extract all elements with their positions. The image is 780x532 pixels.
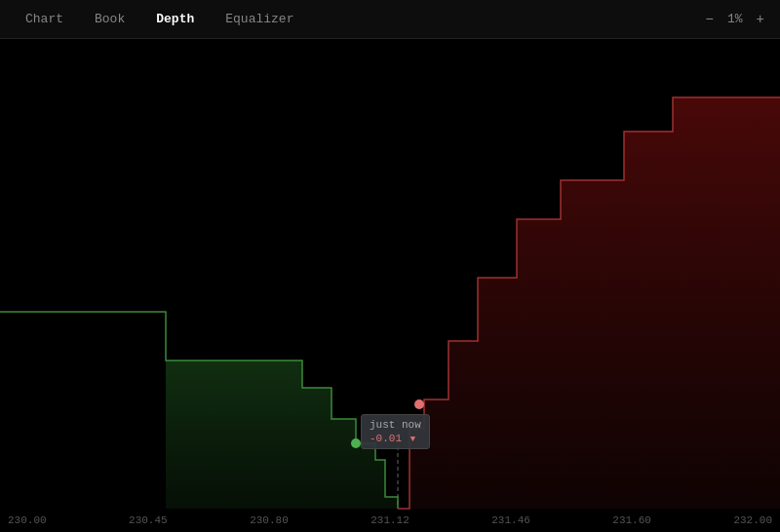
header: Chart Book Depth Equalizer − 1% +	[0, 0, 780, 39]
zoom-controls: − 1% +	[700, 10, 770, 29]
x-label-2: 230.80	[250, 514, 289, 526]
x-label-4: 231.46	[491, 514, 530, 526]
x-axis-labels: 230.00 230.45 230.80 231.12 231.46 231.6…	[0, 509, 780, 532]
zoom-plus-button[interactable]: +	[751, 10, 770, 29]
zoom-value: 1%	[727, 12, 743, 26]
ask-cursor-dot	[414, 399, 424, 409]
tab-depth[interactable]: Depth	[140, 0, 210, 38]
tab-chart[interactable]: Chart	[10, 0, 79, 38]
ask-fill	[398, 97, 780, 509]
tab-equalizer[interactable]: Equalizer	[210, 0, 309, 38]
x-label-5: 231.60	[612, 514, 651, 526]
zoom-minus-button[interactable]: −	[700, 10, 720, 29]
x-label-6: 232.00	[733, 514, 772, 526]
x-label-3: 231.12	[370, 514, 410, 526]
bid-fill	[0, 312, 398, 509]
x-label-0: 230.00	[8, 514, 47, 526]
depth-chart-svg	[0, 39, 780, 532]
tab-book[interactable]: Book	[79, 0, 140, 38]
bid-cursor-dot	[351, 438, 361, 448]
x-label-1: 230.45	[129, 514, 168, 526]
chart-area: just now -0.01 ▼ 230.00 230.45 230.80 23…	[0, 39, 780, 532]
